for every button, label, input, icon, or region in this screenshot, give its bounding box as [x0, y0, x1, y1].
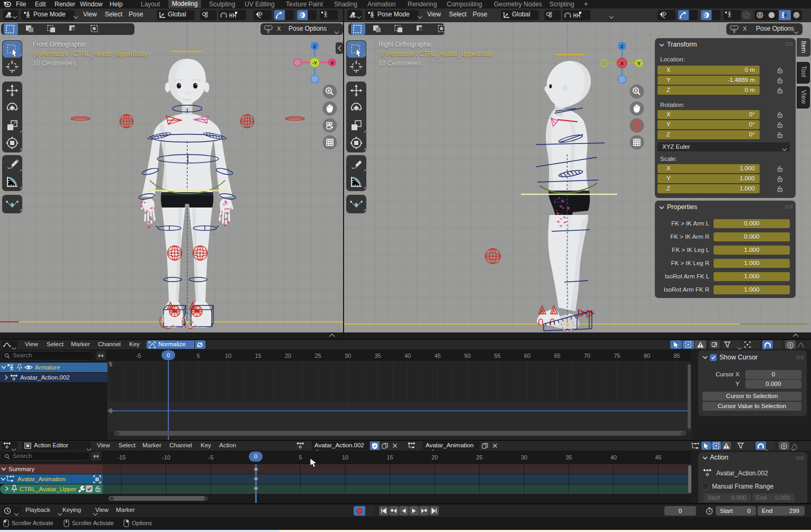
svg-text:Z: Z	[313, 43, 317, 49]
svg-text:Z: Z	[620, 43, 624, 49]
svg-text:-Y: -Y	[312, 60, 317, 66]
svg-text:X: X	[620, 60, 624, 66]
svg-text:Y: Y	[637, 60, 641, 66]
svg-text:X: X	[330, 60, 334, 66]
